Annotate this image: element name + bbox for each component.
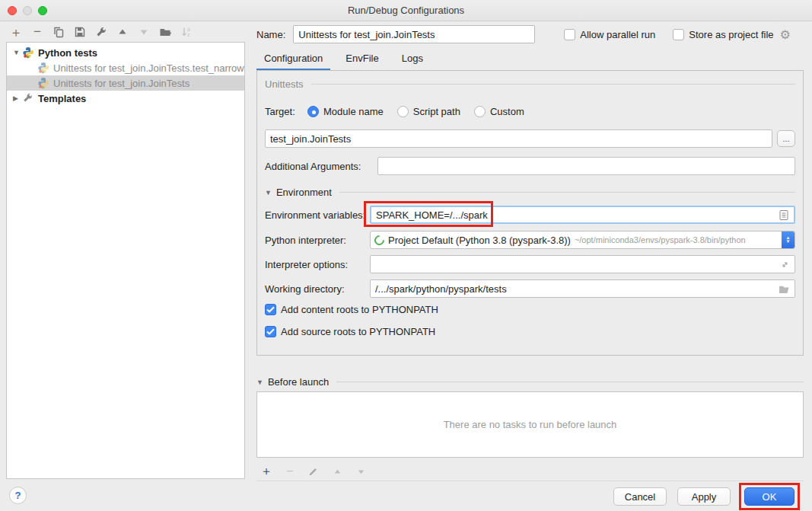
environment-variables-field[interactable] [370,206,795,224]
configurations-tree: ▼ Python tests Unittests for test_join.J… [6,42,245,479]
tree-item-label: Templates [38,93,86,104]
before-launch-section-title: Before launch [268,376,329,388]
target-custom-label: Custom [490,106,524,117]
before-launch-empty-message: There are no tasks to run before launch [444,419,617,430]
new-folder-icon[interactable] [158,25,172,39]
name-row: Name: Allow parallel run Store as projec… [256,24,806,44]
target-module-name-radio[interactable] [307,106,319,117]
chevron-down-icon[interactable]: ▼ [13,49,22,56]
target-script-path-label: Script path [413,106,460,117]
additional-arguments-input[interactable] [383,158,790,174]
tab-envfile[interactable]: EnvFile [338,50,386,70]
additional-arguments-label: Additional Arguments: [265,161,370,172]
tab-configuration[interactable]: Configuration [256,50,330,70]
tree-item-unittests-jointests[interactable]: Unittests for test_join.JoinTests [7,75,244,91]
chevron-down-icon[interactable]: ▼ [256,378,263,386]
target-script-path-radio[interactable] [397,106,409,117]
name-label: Name: [256,29,285,40]
ok-button[interactable]: OK [744,487,794,506]
environment-variables-input[interactable] [376,207,775,222]
python-tests-icon [22,46,34,59]
divider [336,382,804,382]
chevron-down-icon[interactable]: ▼ [265,189,272,196]
divider [311,84,795,85]
window-title: Run/Debug Configurations [0,0,812,21]
allow-parallel-run-label: Allow parallel run [580,29,655,40]
before-launch-toolbar: ＋ − [260,465,368,478]
additional-arguments-field[interactable] [377,157,795,175]
configuration-panel: Unittests Target: Module name Script pat… [256,70,804,356]
copy-configuration-icon[interactable] [52,25,65,39]
tab-logs[interactable]: Logs [394,50,431,70]
wrench-icon [22,92,34,104]
gear-icon[interactable]: ⚙ [780,27,791,42]
svg-text:a: a [187,27,190,32]
dropdown-stepper-icon[interactable]: ▲▼ [782,231,794,249]
name-input[interactable] [293,25,535,43]
move-up-icon[interactable] [116,25,129,39]
move-task-down-icon [354,465,368,478]
divider [339,192,795,193]
target-row: Target: Module name Script path Custom [265,106,795,117]
tree-item-label: Python tests [38,47,97,59]
add-content-roots-label: Add content roots to PYTHONPATH [281,304,438,315]
tree-item-label: Unittests for test_join.JoinTests [53,78,189,89]
working-directory-field[interactable] [370,279,795,298]
add-content-roots-checkbox[interactable] [265,304,276,315]
minimize-window-button [23,6,32,15]
add-source-roots-label: Add source roots to PYTHONPATH [281,326,435,337]
tree-item-templates[interactable]: ▶ Templates [7,91,244,106]
edit-variables-icon[interactable] [779,209,789,221]
traffic-lights [8,6,47,15]
python-interpreter-path: ~/opt/miniconda3/envs/pyspark-3.8/bin/py… [575,235,779,244]
title-bar: Run/Debug Configurations [0,0,812,21]
apply-button[interactable]: Apply [677,487,731,506]
python-interpreter-value: Project Default (Python 3.8 (pyspark-3.8… [388,235,571,246]
conda-environment-icon [372,233,386,247]
tree-item-python-tests[interactable]: ▼ Python tests [7,45,244,60]
cancel-button[interactable]: Cancel [613,487,667,506]
interpreter-options-label: Interpreter options: [265,259,370,270]
edit-templates-icon[interactable] [94,25,108,39]
python-interpreter-select[interactable]: Project Default (Python 3.8 (pyspark-3.8… [370,231,795,249]
move-task-up-icon [330,465,344,478]
store-as-project-file-checkbox[interactable] [673,29,684,40]
add-source-roots-row: Add source roots to PYTHONPATH [265,326,435,337]
target-custom-radio[interactable] [474,106,486,117]
python-tests-icon [37,77,49,89]
svg-text:z: z [187,32,189,37]
sort-configurations-icon: az [180,25,193,39]
working-directory-input[interactable] [375,280,775,297]
chevron-right-icon[interactable]: ▶ [13,94,22,102]
interpreter-options-input[interactable] [375,256,777,273]
store-as-project-file-label: Store as project file [689,29,773,40]
target-module-name-label: Module name [323,106,384,117]
save-configuration-icon[interactable] [73,25,87,39]
add-source-roots-checkbox[interactable] [265,326,276,337]
browse-target-button[interactable]: ... [777,130,795,147]
help-button[interactable]: ? [9,487,27,504]
divider [256,481,804,481]
target-label: Target: [265,106,307,117]
before-launch-task-list[interactable]: There are no tasks to run before launch [256,391,804,458]
remove-configuration-icon[interactable]: − [30,25,44,39]
python-tests-icon [37,62,49,74]
tree-item-unittests-test-narrow[interactable]: Unittests for test_join.JoinTests.test_n… [7,60,244,75]
working-directory-label: Working directory: [265,283,370,295]
allow-parallel-run-checkbox[interactable] [564,29,575,40]
target-value-input[interactable] [270,130,767,147]
edit-task-icon [307,465,320,478]
close-window-button[interactable] [8,6,17,15]
tree-item-label: Unittests for test_join.JoinTests.test_n… [53,62,244,74]
python-interpreter-label: Python interpreter: [265,235,370,246]
expand-field-icon[interactable] [780,260,790,270]
interpreter-options-field[interactable] [370,255,795,273]
add-content-roots-row: Add content roots to PYTHONPATH [265,304,438,315]
add-task-icon[interactable]: ＋ [260,465,273,478]
remove-task-icon: − [283,465,297,478]
unittests-group-title: Unittests [265,78,304,90]
add-configuration-icon[interactable]: ＋ [9,25,23,39]
folder-icon[interactable] [779,284,790,294]
zoom-window-button[interactable] [38,6,47,15]
target-value-field[interactable] [265,129,772,148]
